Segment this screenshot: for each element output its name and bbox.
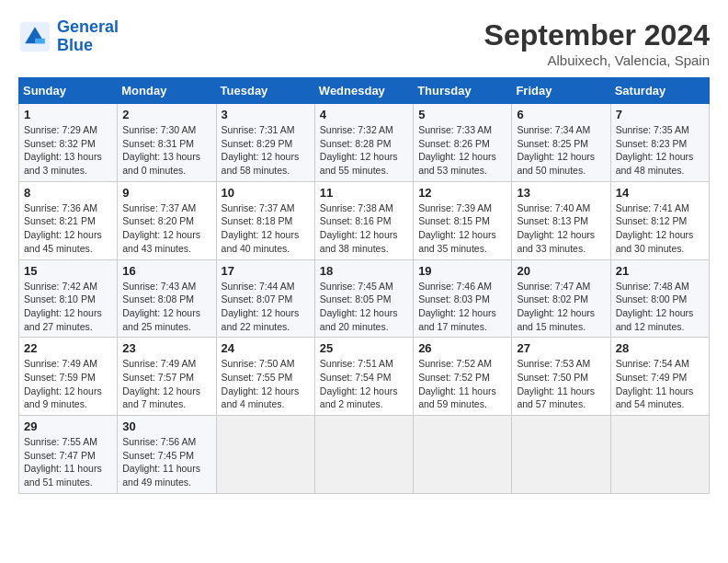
calendar-cell: 7Sunrise: 7:35 AMSunset: 8:23 PMDaylight…: [610, 104, 709, 182]
svg-marker-2: [35, 39, 45, 43]
title-block: September 2024 Albuixech, Valencia, Spai…: [484, 18, 710, 68]
calendar-cell: 10Sunrise: 7:37 AMSunset: 8:18 PMDayligh…: [216, 181, 314, 259]
calendar-cell: [314, 416, 413, 494]
calendar-cell: 4Sunrise: 7:32 AMSunset: 8:28 PMDaylight…: [314, 104, 413, 182]
calendar-cell: 30Sunrise: 7:56 AMSunset: 7:45 PMDayligh…: [118, 416, 216, 494]
calendar-cell: 25Sunrise: 7:51 AMSunset: 7:54 PMDayligh…: [314, 338, 413, 416]
calendar-cell: 5Sunrise: 7:33 AMSunset: 8:26 PMDaylight…: [414, 104, 512, 182]
day-number: 16: [122, 264, 210, 278]
header-saturday: Saturday: [610, 78, 709, 104]
day-detail: Sunrise: 7:51 AMSunset: 7:54 PMDaylight:…: [320, 357, 408, 411]
day-detail: Sunrise: 7:54 AMSunset: 7:49 PMDaylight:…: [616, 357, 704, 411]
day-number: 2: [122, 108, 210, 121]
day-number: 12: [418, 186, 506, 200]
day-detail: Sunrise: 7:37 AMSunset: 8:20 PMDaylight:…: [122, 201, 210, 256]
header-tuesday: Tuesday: [216, 78, 314, 104]
calendar-cell: 23Sunrise: 7:49 AMSunset: 7:57 PMDayligh…: [118, 338, 216, 416]
day-detail: Sunrise: 7:35 AMSunset: 8:23 PMDaylight:…: [616, 123, 704, 178]
day-detail: Sunrise: 7:39 AMSunset: 8:15 PMDaylight:…: [418, 201, 506, 256]
calendar-cell: 12Sunrise: 7:39 AMSunset: 8:15 PMDayligh…: [414, 181, 512, 259]
day-number: 26: [418, 341, 506, 355]
day-number: 20: [517, 264, 605, 278]
calendar-cell: [512, 416, 610, 494]
calendar-cell: 17Sunrise: 7:44 AMSunset: 8:07 PMDayligh…: [216, 259, 314, 338]
day-detail: Sunrise: 7:30 AMSunset: 8:31 PMDaylight:…: [122, 123, 210, 178]
day-number: 15: [24, 264, 112, 278]
logo-icon: [18, 20, 51, 53]
day-detail: Sunrise: 7:42 AMSunset: 8:10 PMDaylight:…: [24, 280, 112, 334]
calendar-cell: 19Sunrise: 7:46 AMSunset: 8:03 PMDayligh…: [414, 259, 512, 338]
day-detail: Sunrise: 7:46 AMSunset: 8:03 PMDaylight:…: [418, 280, 506, 334]
day-number: 4: [320, 108, 408, 121]
day-detail: Sunrise: 7:48 AMSunset: 8:00 PMDaylight:…: [616, 280, 704, 334]
day-detail: Sunrise: 7:36 AMSunset: 8:21 PMDaylight:…: [24, 201, 112, 256]
day-detail: Sunrise: 7:50 AMSunset: 7:55 PMDaylight:…: [222, 357, 310, 411]
calendar-cell: 15Sunrise: 7:42 AMSunset: 8:10 PMDayligh…: [19, 259, 118, 338]
day-number: 29: [24, 419, 112, 433]
day-detail: Sunrise: 7:31 AMSunset: 8:29 PMDaylight:…: [222, 123, 310, 178]
day-number: 21: [616, 264, 704, 278]
page-header: GeneralBlue September 2024 Albuixech, Va…: [18, 18, 710, 68]
day-number: 10: [222, 186, 310, 200]
header-thursday: Thursday: [414, 78, 512, 104]
calendar-cell: 6Sunrise: 7:34 AMSunset: 8:25 PMDaylight…: [512, 104, 610, 182]
day-detail: Sunrise: 7:40 AMSunset: 8:13 PMDaylight:…: [517, 201, 605, 256]
calendar-cell: 14Sunrise: 7:41 AMSunset: 8:12 PMDayligh…: [610, 181, 709, 259]
calendar-week-row: 22Sunrise: 7:49 AMSunset: 7:59 PMDayligh…: [19, 338, 710, 416]
day-number: 9: [122, 186, 210, 200]
calendar-cell: 20Sunrise: 7:47 AMSunset: 8:02 PMDayligh…: [512, 259, 610, 338]
day-number: 13: [517, 186, 605, 200]
calendar-cell: [610, 416, 709, 494]
calendar-cell: 29Sunrise: 7:55 AMSunset: 7:47 PMDayligh…: [19, 416, 118, 494]
location-subtitle: Albuixech, Valencia, Spain: [484, 52, 710, 68]
calendar-header-row: SundayMondayTuesdayWednesdayThursdayFrid…: [19, 78, 710, 104]
day-number: 1: [24, 108, 112, 121]
calendar-cell: 27Sunrise: 7:53 AMSunset: 7:50 PMDayligh…: [512, 338, 610, 416]
day-detail: Sunrise: 7:34 AMSunset: 8:25 PMDaylight:…: [517, 123, 605, 178]
day-detail: Sunrise: 7:38 AMSunset: 8:16 PMDaylight:…: [320, 201, 408, 256]
day-number: 28: [616, 341, 704, 355]
day-detail: Sunrise: 7:37 AMSunset: 8:18 PMDaylight:…: [222, 201, 310, 256]
day-number: 6: [517, 108, 605, 121]
logo: GeneralBlue: [18, 18, 119, 55]
day-number: 25: [320, 341, 408, 355]
day-number: 7: [616, 108, 704, 121]
calendar-cell: [216, 416, 314, 494]
calendar-cell: 3Sunrise: 7:31 AMSunset: 8:29 PMDaylight…: [216, 104, 314, 182]
month-title: September 2024: [484, 18, 710, 52]
calendar-cell: 1Sunrise: 7:29 AMSunset: 8:32 PMDaylight…: [19, 104, 118, 182]
calendar-cell: [414, 416, 512, 494]
day-number: 30: [122, 419, 210, 433]
header-friday: Friday: [512, 78, 610, 104]
day-number: 27: [517, 341, 605, 355]
day-number: 24: [222, 341, 310, 355]
calendar-week-row: 8Sunrise: 7:36 AMSunset: 8:21 PMDaylight…: [19, 181, 710, 259]
header-wednesday: Wednesday: [314, 78, 413, 104]
day-detail: Sunrise: 7:49 AMSunset: 7:57 PMDaylight:…: [122, 357, 210, 411]
calendar-cell: 24Sunrise: 7:50 AMSunset: 7:55 PMDayligh…: [216, 338, 314, 416]
day-number: 8: [24, 186, 112, 200]
day-detail: Sunrise: 7:44 AMSunset: 8:07 PMDaylight:…: [222, 280, 310, 334]
day-number: 11: [320, 186, 408, 200]
calendar-cell: 22Sunrise: 7:49 AMSunset: 7:59 PMDayligh…: [19, 338, 118, 416]
calendar-cell: 9Sunrise: 7:37 AMSunset: 8:20 PMDaylight…: [118, 181, 216, 259]
day-number: 22: [24, 341, 112, 355]
calendar-table: SundayMondayTuesdayWednesdayThursdayFrid…: [18, 77, 710, 494]
day-detail: Sunrise: 7:41 AMSunset: 8:12 PMDaylight:…: [616, 201, 704, 256]
day-detail: Sunrise: 7:29 AMSunset: 8:32 PMDaylight:…: [24, 123, 112, 178]
calendar-cell: 21Sunrise: 7:48 AMSunset: 8:00 PMDayligh…: [610, 259, 709, 338]
calendar-cell: 13Sunrise: 7:40 AMSunset: 8:13 PMDayligh…: [512, 181, 610, 259]
day-detail: Sunrise: 7:56 AMSunset: 7:45 PMDaylight:…: [122, 435, 210, 489]
calendar-week-row: 15Sunrise: 7:42 AMSunset: 8:10 PMDayligh…: [19, 259, 710, 338]
day-detail: Sunrise: 7:43 AMSunset: 8:08 PMDaylight:…: [122, 280, 210, 334]
day-number: 5: [418, 108, 506, 121]
day-detail: Sunrise: 7:55 AMSunset: 7:47 PMDaylight:…: [24, 435, 112, 489]
day-number: 19: [418, 264, 506, 278]
day-number: 3: [222, 108, 310, 121]
calendar-cell: 26Sunrise: 7:52 AMSunset: 7:52 PMDayligh…: [414, 338, 512, 416]
day-detail: Sunrise: 7:47 AMSunset: 8:02 PMDaylight:…: [517, 280, 605, 334]
day-detail: Sunrise: 7:32 AMSunset: 8:28 PMDaylight:…: [320, 123, 408, 178]
calendar-week-row: 29Sunrise: 7:55 AMSunset: 7:47 PMDayligh…: [19, 416, 710, 494]
calendar-cell: 16Sunrise: 7:43 AMSunset: 8:08 PMDayligh…: [118, 259, 216, 338]
header-monday: Monday: [118, 78, 216, 104]
